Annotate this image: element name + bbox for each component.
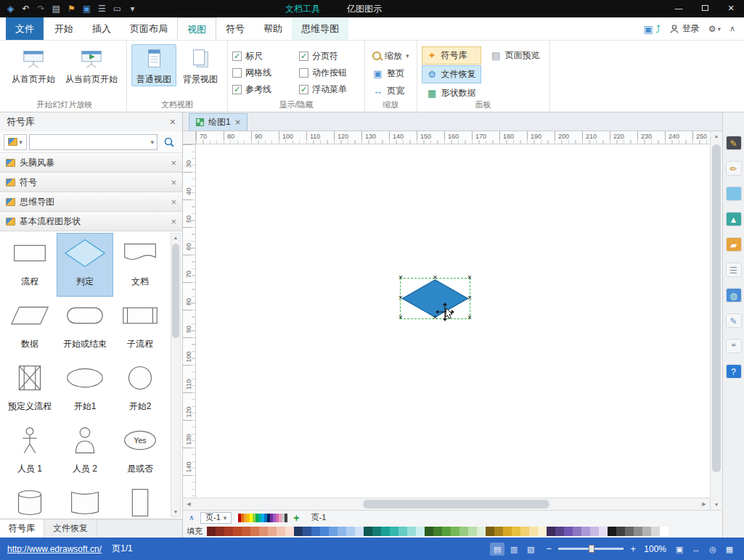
- checkbox-ruler[interactable]: ✓标尺: [232, 48, 293, 65]
- fullscreen-icon[interactable]: ▧: [523, 543, 538, 556]
- scrollbar-thumb[interactable]: [172, 244, 179, 338]
- close-icon[interactable]: ×: [171, 216, 176, 227]
- quickbar-dropdown-icon[interactable]: ▾: [125, 0, 140, 17]
- fill-color-swatch[interactable]: [372, 527, 381, 536]
- color-swatch[interactable]: [285, 514, 287, 522]
- fill-color-swatch[interactable]: [320, 527, 329, 536]
- shape-data[interactable]: 数据: [2, 296, 57, 358]
- fill-color-swatch[interactable]: [233, 527, 242, 536]
- pen-icon[interactable]: ✏: [726, 161, 742, 176]
- library-section-symbols[interactable]: 符号×: [0, 173, 182, 192]
- normal-view-icon[interactable]: ▤: [490, 543, 504, 556]
- document-tab[interactable]: 绘图1 ×: [189, 113, 248, 131]
- shape-person2[interactable]: 人员 2: [57, 421, 113, 483]
- fill-color-swatch[interactable]: [207, 527, 216, 536]
- shape-curved-document[interactable]: [57, 483, 113, 519]
- fit-width-icon[interactable]: ↔: [689, 543, 703, 556]
- fill-color-swatch[interactable]: [364, 527, 372, 536]
- shape-process[interactable]: 流程: [2, 234, 57, 296]
- fill-color-swatch[interactable]: [224, 527, 233, 536]
- new-document-icon[interactable]: ▤: [49, 0, 64, 17]
- fill-color-swatch[interactable]: [503, 527, 512, 536]
- scroll-right-button[interactable]: ▶: [698, 498, 710, 510]
- drawing-canvas[interactable]: ××××××××: [196, 144, 710, 498]
- help-icon[interactable]: ?: [726, 364, 742, 379]
- minimize-button[interactable]: —: [666, 0, 692, 17]
- from-current-page-button[interactable]: 从当前页开始: [61, 44, 122, 86]
- shape-tall-rectangle[interactable]: [113, 483, 168, 519]
- comment-icon[interactable]: ❝: [726, 339, 742, 353]
- app-logo-icon[interactable]: ◈: [3, 0, 18, 17]
- fill-color-swatch[interactable]: [538, 527, 547, 536]
- page-preview-button[interactable]: ▤页面预览: [486, 46, 545, 65]
- search-input[interactable]: [30, 136, 150, 149]
- fill-color-swatch[interactable]: [512, 527, 520, 536]
- grid-toggle-icon[interactable]: ▦: [722, 543, 737, 556]
- panel-tab-library[interactable]: 符号库: [0, 519, 44, 538]
- fill-color-swatch[interactable]: [616, 527, 625, 536]
- zoom-area-icon[interactable]: ◎: [706, 543, 720, 556]
- background-view-button[interactable]: 背景视图: [178, 44, 223, 86]
- selection-handle[interactable]: ×: [398, 314, 403, 321]
- fill-color-swatch[interactable]: [268, 527, 277, 536]
- tab-page-layout[interactable]: 页面布局: [120, 17, 177, 40]
- checkbox-page-break[interactable]: ✓分页符: [299, 48, 360, 65]
- print-icon[interactable]: ☰: [94, 0, 110, 17]
- selection-handle[interactable]: ×: [398, 274, 403, 281]
- tab-home[interactable]: 开始: [45, 17, 83, 40]
- fit-page-button[interactable]: ▣整页: [369, 65, 412, 82]
- fill-color-swatch[interactable]: [381, 527, 390, 536]
- close-icon[interactable]: ×: [170, 116, 176, 128]
- tab-symbols[interactable]: 符号: [216, 17, 254, 40]
- web-icon[interactable]: ◍: [726, 288, 742, 302]
- fill-color-swatch[interactable]: [294, 527, 303, 536]
- normal-view-button[interactable]: 普通视图: [131, 44, 176, 86]
- fill-color-swatch[interactable]: [451, 527, 459, 536]
- library-scrollbar[interactable]: ▲ ▼: [171, 233, 181, 517]
- shape-yes-or-no[interactable]: Yes是或否: [113, 421, 168, 483]
- fill-color-swatch[interactable]: [311, 527, 320, 536]
- dropdown-icon[interactable]: ▾: [150, 139, 157, 146]
- fill-color-swatch[interactable]: [581, 527, 590, 536]
- scrollbar-thumb[interactable]: [712, 144, 721, 472]
- library-section-mindmap[interactable]: 思维导图×: [0, 192, 182, 212]
- fill-color-swatch[interactable]: [590, 527, 599, 536]
- selection-handle[interactable]: ×: [433, 274, 438, 281]
- tab-view[interactable]: 视图: [177, 17, 216, 40]
- picture-icon[interactable]: ▲: [726, 212, 742, 226]
- fill-color-swatch[interactable]: [564, 527, 573, 536]
- checkbox-floating-menu[interactable]: ✓浮动菜单: [299, 81, 360, 98]
- library-select-button[interactable]: ▾: [4, 134, 27, 150]
- zoom-percent[interactable]: 100%: [644, 544, 666, 554]
- settings-gear-button[interactable]: ⚙▾: [708, 24, 721, 34]
- selection-handle[interactable]: ×: [467, 314, 472, 321]
- tab-insert[interactable]: 插入: [83, 17, 120, 40]
- close-icon[interactable]: ×: [235, 117, 241, 128]
- tab-mindmap[interactable]: 思维导图: [292, 17, 348, 40]
- login-button[interactable]: 登录: [669, 22, 700, 35]
- fill-color-swatch[interactable]: [425, 527, 433, 536]
- scrollbar-thumb[interactable]: [363, 500, 549, 508]
- fill-color-swatch[interactable]: [651, 527, 660, 536]
- zoom-slider-handle[interactable]: [589, 545, 594, 553]
- fill-color-swatch[interactable]: [555, 527, 564, 536]
- file-recovery-button[interactable]: ⚙文件恢复: [422, 65, 481, 83]
- shape-cylinder[interactable]: [2, 483, 57, 519]
- fill-color-swatch[interactable]: [459, 527, 468, 536]
- library-panel-button[interactable]: ✦符号库: [422, 46, 481, 65]
- fill-color-swatch[interactable]: [277, 527, 285, 536]
- fill-color-swatch[interactable]: [573, 527, 581, 536]
- monitor-icon[interactable]: ▭: [110, 0, 125, 17]
- fill-color-swatch[interactable]: [642, 527, 651, 536]
- panel-tab-file-recovery[interactable]: 文件恢复: [44, 519, 97, 538]
- fill-color-swatch[interactable]: [346, 527, 355, 536]
- scroll-down-button[interactable]: ▼: [171, 508, 180, 516]
- close-button[interactable]: ✕: [718, 0, 744, 17]
- snapshot-icon[interactable]: ⚑: [64, 0, 79, 17]
- collapse-ribbon-button[interactable]: ∧: [729, 24, 735, 33]
- fill-color-swatch[interactable]: [494, 527, 503, 536]
- fill-color-swatch[interactable]: [338, 527, 346, 536]
- clipart-folder-icon[interactable]: ▰: [726, 237, 742, 252]
- selection-handle[interactable]: ×: [467, 295, 472, 302]
- tab-help[interactable]: 帮助: [254, 17, 292, 40]
